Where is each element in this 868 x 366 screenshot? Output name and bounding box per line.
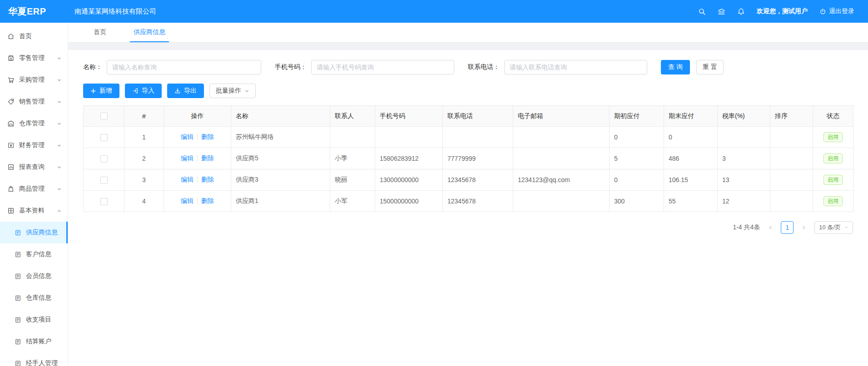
add-button[interactable]: 新增 [83, 84, 119, 98]
row-checkbox[interactable] [100, 198, 108, 205]
action-divider [197, 134, 198, 140]
sidebar-item-label: 销售管理 [19, 98, 57, 106]
table-toolbar: 新增 导入 导出 批量操作 [83, 84, 853, 98]
tab-bar: 首页 供应商信息 [68, 23, 868, 43]
sidebar: 首页 零售管理 采购管理 销售管理 仓库管理 财务管理 [0, 23, 68, 366]
name-label: 名称： [83, 63, 102, 71]
sidebar-item-sales[interactable]: 销售管理 [0, 91, 68, 113]
cell-status: 启用 [813, 148, 853, 169]
table-row: 3 编辑删除 供应商3 晓丽 13000000000 12345678 1234… [84, 169, 853, 191]
chevron-down-icon [57, 187, 62, 192]
row-checkbox[interactable] [100, 134, 108, 141]
basic-data-icon [7, 207, 15, 214]
app-logo: 华夏ERP [0, 5, 68, 18]
cell-name: 供应商5 [231, 148, 330, 169]
sidebar-subitem-warehouse-info[interactable]: 仓库信息 [0, 287, 68, 309]
sidebar-item-warehouse[interactable]: 仓库管理 [0, 113, 68, 134]
cell-tax-rate: 12 [718, 191, 770, 212]
row-checkbox[interactable] [100, 155, 108, 163]
next-page-icon[interactable] [798, 222, 810, 233]
edit-link[interactable]: 编辑 [181, 154, 193, 162]
chevron-down-icon [844, 225, 848, 230]
chevron-down-icon [57, 143, 62, 148]
page-size-select[interactable]: 10 条/页 [814, 221, 853, 234]
cell-index: 2 [124, 148, 164, 169]
sidebar-subitem-customer-info[interactable]: 客户信息 [0, 243, 68, 265]
edit-link[interactable]: 编辑 [181, 176, 193, 183]
logout-label: 退出登录 [829, 7, 854, 15]
cell-sort [770, 127, 813, 148]
plus-icon [90, 88, 96, 94]
cell-phone [375, 127, 443, 148]
purchase-icon [7, 76, 15, 84]
phone-search-input[interactable] [311, 60, 454, 74]
cell-begin-payable: 0 [610, 169, 664, 191]
col-header-index: # [124, 106, 164, 127]
content-panel: 名称： 手机号码： 联系电话： 查 询 重 置 新增 导入 [68, 50, 868, 366]
cell-end-payable: 106.15 [664, 169, 718, 191]
bell-icon[interactable] [737, 8, 745, 15]
name-search-input[interactable] [107, 60, 261, 74]
table-header-row: # 操作 名称 联系人 手机号码 联系电话 电子邮箱 期初应付 期末应付 税率(… [84, 106, 853, 127]
status-badge: 启用 [823, 132, 843, 142]
sidebar-item-report[interactable]: 报表查询 [0, 156, 68, 178]
sidebar-item-purchase[interactable]: 采购管理 [0, 69, 68, 91]
chevron-down-icon [57, 121, 62, 126]
export-icon [174, 88, 181, 94]
cell-index: 3 [124, 169, 164, 191]
home-icon [7, 33, 15, 40]
query-button[interactable]: 查 询 [661, 60, 690, 74]
tel-search-input[interactable] [504, 60, 647, 74]
import-button[interactable]: 导入 [125, 84, 162, 98]
cell-tel: 12345678 [443, 169, 513, 191]
sidebar-item-basic-data[interactable]: 基本资料 [0, 200, 68, 222]
sidebar-item-finance[interactable]: 财务管理 [0, 134, 68, 156]
sidebar-subitem-label: 客户信息 [26, 250, 51, 258]
select-all-checkbox[interactable] [100, 113, 108, 120]
edit-link[interactable]: 编辑 [181, 197, 193, 204]
delete-link[interactable]: 删除 [201, 133, 214, 140]
pagination: 1-4 共4条 1 10 条/页 [83, 221, 853, 234]
sidebar-subitem-supplier-info[interactable]: 供应商信息 [0, 222, 68, 243]
prev-page-icon[interactable] [764, 222, 776, 233]
cell-actions: 编辑删除 [164, 127, 231, 148]
cell-status: 启用 [813, 169, 853, 191]
cell-name: 苏州蜗牛网络 [231, 127, 330, 148]
delete-link[interactable]: 删除 [201, 197, 214, 204]
cell-contact [330, 127, 375, 148]
sidebar-item-goods[interactable]: 商品管理 [0, 178, 68, 200]
search-icon[interactable] [698, 8, 706, 15]
cell-email: 1234123@qq.com [513, 169, 610, 191]
cell-status: 启用 [813, 127, 853, 148]
welcome-text: 欢迎您，测试用户 [757, 7, 808, 15]
export-button[interactable]: 导出 [167, 84, 204, 98]
reset-button[interactable]: 重 置 [696, 60, 724, 74]
edit-link[interactable]: 编辑 [181, 133, 193, 140]
cell-email [513, 191, 610, 212]
sidebar-item-label: 财务管理 [19, 141, 57, 149]
cell-end-payable: 55 [664, 191, 718, 212]
sidebar-subitem-handler-management[interactable]: 经手人管理 [0, 352, 68, 366]
sidebar-item-retail[interactable]: 零售管理 [0, 47, 68, 69]
delete-link[interactable]: 删除 [201, 176, 214, 183]
sidebar-subitem-settlement-account[interactable]: 结算账户 [0, 331, 68, 352]
table-row: 1 编辑删除 苏州蜗牛网络 0 0 启用 [84, 127, 853, 148]
sidebar-item-home[interactable]: 首页 [0, 25, 68, 47]
doc-icon [15, 273, 21, 280]
row-checkbox[interactable] [100, 177, 108, 184]
cell-email [513, 127, 610, 148]
batch-actions-button[interactable]: 批量操作 [209, 84, 256, 98]
report-icon [7, 163, 15, 171]
bank-icon[interactable] [718, 8, 725, 15]
main-area: 首页 供应商信息 名称： 手机号码： 联系电话： 查 询 重 置 新增 [68, 23, 868, 366]
cell-tel: 12345678 [443, 191, 513, 212]
chevron-down-icon [57, 165, 62, 170]
tab-supplier-info[interactable]: 供应商信息 [130, 23, 169, 42]
tab-home[interactable]: 首页 [90, 23, 110, 42]
sidebar-subitem-income-expense[interactable]: 收支项目 [0, 309, 68, 331]
logout-button[interactable]: 退出登录 [819, 7, 854, 15]
delete-link[interactable]: 删除 [201, 154, 214, 162]
col-header-end-payable: 期末应付 [664, 106, 718, 127]
page-number[interactable]: 1 [781, 221, 794, 234]
sidebar-subitem-member-info[interactable]: 会员信息 [0, 265, 68, 287]
